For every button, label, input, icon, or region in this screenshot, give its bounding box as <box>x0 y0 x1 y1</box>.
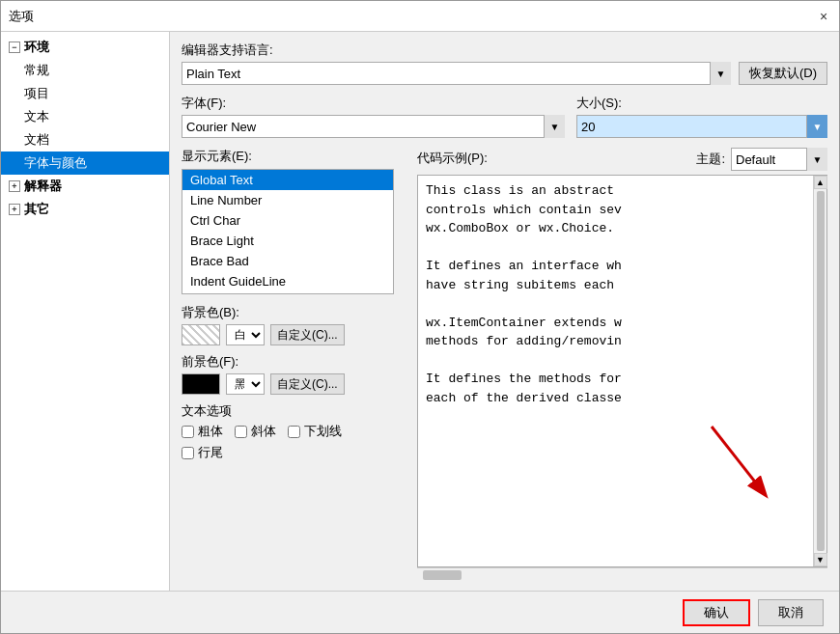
right-preview: 代码示例(P): 主题: Default ▼ <box>417 148 827 581</box>
theme-select-wrapper: Default ▼ <box>731 148 827 171</box>
preview-container: This class is an abstract controls which… <box>417 175 827 567</box>
sidebar-item-project[interactable]: 项目 <box>1 82 169 105</box>
editor-lang-label: 编辑器支持语言: <box>182 41 827 59</box>
text-options-label: 文本选项 <box>182 402 394 420</box>
code-line-8: wx.ItemContainer extends w <box>426 314 805 333</box>
display-item-indent-guideline[interactable]: Indent GuideLine <box>182 271 393 291</box>
expand-env-icon[interactable] <box>9 41 20 53</box>
code-line-12: each of the derived classe <box>426 389 805 408</box>
code-line-10 <box>426 351 805 371</box>
display-item-brace-light[interactable]: Brace Light <box>182 231 393 251</box>
expand-interpreter-icon[interactable] <box>9 180 20 192</box>
eol-checkbox-item[interactable]: 行尾 <box>182 444 223 461</box>
hscroll-thumb[interactable] <box>423 570 462 580</box>
sidebar-item-interpreter[interactable]: 解释器 <box>1 175 169 198</box>
left-settings: 显示元素(E): Global Text Line Number Ctrl Ch… <box>182 148 394 581</box>
code-line-3: wx.ComboBox or wx.Choice. <box>426 219 805 238</box>
close-button[interactable]: × <box>816 9 831 24</box>
italic-checkbox[interactable] <box>235 426 247 438</box>
fg-custom-button[interactable]: 自定义(C)... <box>270 373 345 395</box>
sidebar-item-interpreter-label: 解释器 <box>24 178 62 195</box>
editor-lang-select[interactable]: Plain Text <box>182 62 731 85</box>
code-line-4 <box>426 238 805 258</box>
preview-area: This class is an abstract controls which… <box>417 175 827 581</box>
code-line-1: This class is an abstract <box>426 181 805 201</box>
display-list[interactable]: Global Text Line Number Ctrl Char Brace … <box>182 169 394 294</box>
sidebar-item-normal-label: 常规 <box>24 62 49 79</box>
theme-row: 主题: Default ▼ <box>696 148 827 171</box>
display-item-line-number[interactable]: Line Number <box>182 190 393 210</box>
dialog-body: 环境 常规 项目 文本 文档 字体与颜色 解释器 <box>1 32 839 591</box>
sidebar-item-other[interactable]: 其它 <box>1 198 169 221</box>
text-options-section: 文本选项 粗体 斜体 下划 <box>182 402 394 461</box>
scroll-up-arrow[interactable]: ▲ <box>814 176 827 189</box>
display-item-brace-bad[interactable]: Brace Bad <box>182 251 393 271</box>
editor-lang-select-wrapper: Plain Text ▼ <box>182 62 731 85</box>
scroll-thumb[interactable] <box>817 191 825 551</box>
sidebar-item-env[interactable]: 环境 <box>1 36 169 59</box>
italic-checkbox-item[interactable]: 斜体 <box>235 423 276 440</box>
preview-code: This class is an abstract controls which… <box>418 176 813 566</box>
code-line-7 <box>426 294 805 314</box>
preview-label: 代码示例(P): <box>417 150 488 167</box>
cancel-button[interactable]: 取消 <box>758 599 824 626</box>
checkboxes-row1: 粗体 斜体 下划线 <box>182 423 394 440</box>
fg-color-label: 前景色(F): <box>182 353 394 371</box>
sidebar-item-env-label: 环境 <box>24 39 49 56</box>
theme-select[interactable]: Default <box>731 148 827 171</box>
size-select[interactable]: 20 <box>576 115 827 138</box>
fg-color-row: 黑色 自定义(C)... <box>182 373 394 395</box>
underline-checkbox[interactable] <box>288 426 300 438</box>
italic-label: 斜体 <box>251 423 276 440</box>
right-panel: 编辑器支持语言: Plain Text ▼ 恢复默认(D) 字体(F): Cou… <box>170 32 839 591</box>
bold-label: 粗体 <box>198 423 223 440</box>
preview-vscroll[interactable]: ▲ ▼ <box>813 176 826 566</box>
sidebar-item-normal[interactable]: 常规 <box>1 59 169 82</box>
code-line-6: have string subitems each <box>426 276 805 295</box>
checkboxes-row2: 行尾 <box>182 444 394 461</box>
bg-color-label: 背景色(B): <box>182 304 394 321</box>
bg-color-swatch <box>182 324 220 345</box>
editor-lang-row: Plain Text ▼ 恢复默认(D) <box>182 62 827 85</box>
expand-other-icon[interactable] <box>9 204 20 215</box>
bg-color-select[interactable]: 白色 <box>226 324 265 345</box>
bold-checkbox-item[interactable]: 粗体 <box>182 423 223 440</box>
code-line-5: It defines an interface wh <box>426 257 805 276</box>
sidebar-item-other-label: 其它 <box>24 201 49 218</box>
sidebar-item-doc[interactable]: 文档 <box>1 128 169 152</box>
sidebar: 环境 常规 项目 文本 文档 字体与颜色 解释器 <box>1 32 170 591</box>
bg-custom-button[interactable]: 自定义(C)... <box>270 324 345 345</box>
sidebar-item-text-label: 文本 <box>24 108 49 125</box>
font-label: 字体(F): <box>182 95 565 112</box>
eol-checkbox[interactable] <box>182 447 194 459</box>
size-label: 大小(S): <box>576 95 827 112</box>
size-select-wrapper: 20 ▼ <box>576 115 827 138</box>
main-area: 显示元素(E): Global Text Line Number Ctrl Ch… <box>182 148 827 581</box>
code-line-9: methods for adding/removin <box>426 332 805 351</box>
fg-color-select[interactable]: 黑色 <box>226 373 265 395</box>
display-item-ctrl-char[interactable]: Ctrl Char <box>182 210 393 231</box>
display-item-global-text[interactable]: Global Text <box>182 170 393 190</box>
sidebar-item-text[interactable]: 文本 <box>1 105 169 128</box>
font-size-row: 字体(F): Courier New ▼ 大小(S): 20 ▼ <box>182 95 827 138</box>
scroll-down-arrow[interactable]: ▼ <box>814 553 827 566</box>
title-bar: 选项 × <box>1 1 839 32</box>
font-select-wrapper: Courier New ▼ <box>182 115 565 138</box>
code-line-11: It defines the methods for <box>426 370 805 389</box>
sidebar-item-font[interactable]: 字体与颜色 <box>1 152 169 175</box>
dialog-footer: 确认 取消 <box>1 591 839 633</box>
code-line-2: controls which contain sev <box>426 201 805 220</box>
sidebar-item-font-label: 字体与颜色 <box>24 154 87 172</box>
bold-checkbox[interactable] <box>182 426 194 438</box>
font-select[interactable]: Courier New <box>182 115 565 138</box>
confirm-button[interactable]: 确认 <box>683 599 750 626</box>
font-col: 字体(F): Courier New ▼ <box>182 95 565 138</box>
options-dialog: 选项 × 环境 常规 项目 文本 文档 字体与颜色 <box>0 0 840 634</box>
fg-color-swatch <box>182 373 220 395</box>
dialog-title: 选项 <box>9 8 34 25</box>
underline-checkbox-item[interactable]: 下划线 <box>288 423 342 440</box>
sidebar-item-project-label: 项目 <box>24 85 49 102</box>
restore-default-button[interactable]: 恢复默认(D) <box>739 62 827 85</box>
preview-hscroll[interactable] <box>417 567 827 581</box>
sidebar-item-doc-label: 文档 <box>24 131 49 149</box>
